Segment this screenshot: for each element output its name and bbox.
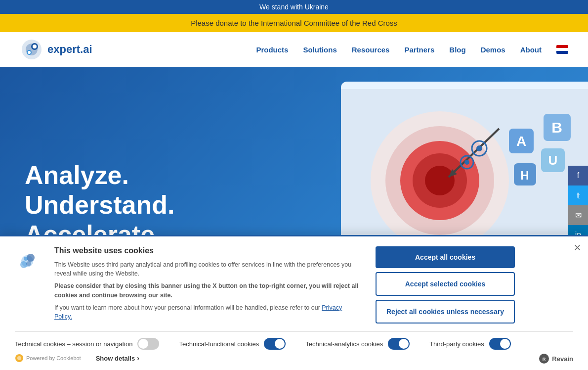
svg-point-30 <box>24 257 28 261</box>
thirdparty-cookies-toggle[interactable] <box>489 338 511 350</box>
logo-icon <box>20 38 43 61</box>
cookie-logo-area <box>15 246 40 325</box>
svg-point-28 <box>20 261 27 268</box>
revain-logo: R Revain <box>539 353 573 364</box>
svg-point-11 <box>425 166 455 195</box>
chevron-right-icon: › <box>137 354 139 362</box>
header: expert.ai Products Solutions Resources P… <box>0 32 588 67</box>
technical-cookies-toggle[interactable] <box>137 338 159 350</box>
svg-point-5 <box>28 51 31 54</box>
analytics-cookies-label: Technical-analytics cookies <box>305 340 383 348</box>
svg-text:H: H <box>520 169 529 182</box>
cookie-body2: Please consider that by closing this ban… <box>54 281 361 300</box>
donate-banner-text: Please donate to the International Commi… <box>191 19 397 27</box>
nav-blog[interactable]: Blog <box>449 46 465 54</box>
svg-text:A: A <box>516 134 526 149</box>
twitter-share-button[interactable]: 𝕥 <box>568 185 588 205</box>
nav-demos[interactable]: Demos <box>481 46 505 54</box>
svg-point-32 <box>17 356 21 360</box>
accept-all-cookies-button[interactable]: Accept all cookies <box>376 246 515 268</box>
svg-point-27 <box>27 254 35 262</box>
cookie-body3: If you want to learn more about how your… <box>54 303 361 322</box>
nav-about[interactable]: About <box>520 46 542 54</box>
reject-cookies-button[interactable]: Reject all cookies unless necessary <box>376 300 515 324</box>
thirdparty-cookies-label: Third-party cookies <box>429 340 484 348</box>
analytics-cookies-toggle[interactable] <box>388 338 410 350</box>
cookie-banner: ✕ This website uses cookies This Website… <box>0 235 588 370</box>
toggle-knob-4 <box>500 339 510 349</box>
svg-point-23 <box>476 145 482 151</box>
language-selector[interactable] <box>556 45 568 54</box>
nav-solutions[interactable]: Solutions <box>303 46 336 54</box>
show-details-text: Show details <box>96 355 135 362</box>
functional-cookies-label: Technical-functional cookies <box>179 340 259 348</box>
cookiebot-label: Powered by Cookiebot <box>26 355 81 361</box>
revain-icon: R <box>539 353 549 364</box>
svg-text:R: R <box>543 357 546 362</box>
cookiebot-icon <box>15 354 24 363</box>
cookie-description: This website uses cookies This Website u… <box>54 246 361 325</box>
svg-point-29 <box>26 261 31 266</box>
donate-banner[interactable]: Please donate to the International Commi… <box>0 14 588 32</box>
technical-cookies-label: Technical cookies – session or navigatio… <box>15 340 132 348</box>
cookie-title: This website uses cookies <box>54 246 361 255</box>
revain-text: Revain <box>552 355 573 363</box>
toggle-knob <box>138 339 148 349</box>
cookie-option-technical: Technical cookies – session or navigatio… <box>15 338 159 350</box>
cookie-body1: This Website uses third party analytical… <box>54 260 361 279</box>
svg-text:B: B <box>551 119 562 136</box>
twitter-icon: 𝕥 <box>577 191 580 200</box>
show-details-link[interactable]: Show details › <box>96 354 139 362</box>
logo[interactable]: expert.ai <box>20 38 92 61</box>
email-share-button[interactable]: ✉ <box>568 205 588 225</box>
cookie-option-analytics: Technical-analytics cookies <box>305 338 410 350</box>
email-icon: ✉ <box>575 211 582 220</box>
toggle-knob-3 <box>399 339 409 349</box>
cookie-close-button[interactable]: ✕ <box>574 242 581 253</box>
facebook-icon: f <box>577 171 579 180</box>
facebook-share-button[interactable]: f <box>568 166 588 185</box>
nav-partners[interactable]: Partners <box>404 46 434 54</box>
social-sidebar: f 𝕥 ✉ in <box>568 166 588 245</box>
functional-cookies-toggle[interactable] <box>264 338 286 350</box>
main-nav: Products Solutions Resources Partners Bl… <box>256 45 568 54</box>
logo-text: expert.ai <box>47 43 92 56</box>
ukraine-banner-text: We stand with Ukraine <box>259 3 329 11</box>
cookie-content: This website uses cookies This Website u… <box>15 246 573 325</box>
cookiebot-logo: Powered by Cookiebot <box>15 354 81 363</box>
nav-products[interactable]: Products <box>256 46 288 54</box>
svg-text:U: U <box>548 153 558 168</box>
cookie-option-functional: Technical-functional cookies <box>179 338 286 350</box>
show-details-row: Powered by Cookiebot Show details › <box>15 354 573 363</box>
cookie-option-thirdparty: Third-party cookies <box>429 338 511 350</box>
toggle-knob-2 <box>275 339 285 349</box>
cookie-logo-icon <box>15 249 40 274</box>
nav-resources[interactable]: Resources <box>352 46 390 54</box>
svg-point-3 <box>33 45 37 48</box>
cookie-options: Technical cookies – session or navigatio… <box>15 331 573 350</box>
svg-point-25 <box>464 160 469 165</box>
cookie-buttons: Accept all cookies Accept selected cooki… <box>376 246 515 325</box>
ukraine-banner: We stand with Ukraine <box>0 0 588 14</box>
accept-selected-cookies-button[interactable]: Accept selected cookies <box>376 272 515 296</box>
privacy-policy-link[interactable]: Privacy Policy. <box>54 304 342 321</box>
cookie-body2-bold: Please consider that by closing this ban… <box>54 282 358 299</box>
